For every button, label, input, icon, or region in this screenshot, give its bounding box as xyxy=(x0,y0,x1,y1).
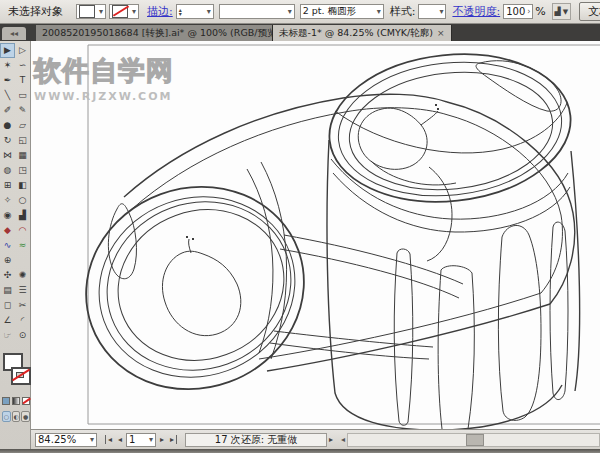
chevron-down-icon: ▾ xyxy=(439,7,443,16)
document-tab-2-label: 未标题-1* @ 84.25% (CMYK/轮廓) xyxy=(279,27,433,40)
ruler-tool[interactable]: ∠ xyxy=(0,313,15,328)
none-button[interactable] xyxy=(22,397,30,405)
chart-icon: ▟ xyxy=(555,7,561,16)
fill-stroke-control[interactable] xyxy=(1,351,30,393)
tool-grid: ▶▷✶∽✒T╲▭✐✎●▱↻◱⋈▦◍◳⊞◧✧○◉▟◆◠∿≈⊕✣✺▤☰◻✂∠◜☞⊙ xyxy=(0,41,30,343)
rotate-tool[interactable]: ↻ xyxy=(0,133,15,148)
document-tab-bar: ◂◂ 2008520195018684 [转换].ai* @ 100% (RGB… xyxy=(0,24,600,41)
selection-tool[interactable]: ▶ xyxy=(0,43,15,58)
document-canvas[interactable]: 软件自学网 WWW.RJZXW.COM xyxy=(31,41,600,429)
wireframe-drawing xyxy=(31,41,600,429)
document-tab-2[interactable]: 未标题-1* @ 84.25% (CMYK/轮廓) × xyxy=(273,25,452,41)
crop-area-tool[interactable]: ◻ xyxy=(0,298,15,313)
hand-tool[interactable]: ☞ xyxy=(0,328,15,343)
window-bottom-edge xyxy=(0,449,600,453)
shape-builder-tool[interactable]: ◍ xyxy=(0,163,15,178)
scrollbar-track[interactable] xyxy=(347,433,600,447)
mesh-tool[interactable]: ⊞ xyxy=(0,178,15,193)
stroke-color-dropdown[interactable]: ▾ xyxy=(109,4,139,19)
warp-tool[interactable]: ≈ xyxy=(15,238,30,253)
tools-panel-header[interactable]: ◂◂ xyxy=(2,27,26,40)
graph-options-dropdown[interactable]: ▟ ▼ xyxy=(552,3,572,20)
control-bar: 未选择对象 ▾ ▾ 描边: ▴▾ ▾ ▾ 2 pt. 椭圆形 ▾ 样式: ▾ 不… xyxy=(0,0,600,24)
fullscreen-mode-button[interactable]: ● xyxy=(21,411,30,422)
live-paint-bucket-tool[interactable]: ◆ xyxy=(0,223,15,238)
stroke-weight-spinner-icon[interactable]: ▴▾ xyxy=(179,8,182,16)
eraser-tool[interactable]: ▱ xyxy=(15,118,30,133)
paintbrush-tool[interactable]: ✐ xyxy=(0,103,15,118)
blur-tool[interactable]: ○ xyxy=(15,193,30,208)
close-icon[interactable]: × xyxy=(437,28,445,38)
opacity-input[interactable]: 100 › xyxy=(503,4,533,19)
status-menu-arrow-icon[interactable]: ▸ xyxy=(329,435,333,444)
next-artboard-button[interactable]: ▸ xyxy=(158,435,166,444)
last-artboard-button[interactable]: ▸ xyxy=(168,435,177,444)
fullscreen-menu-mode-button[interactable]: ◐ xyxy=(12,411,21,422)
stroke-color-swatch[interactable] xyxy=(11,367,31,385)
lasso-tool[interactable]: ∽ xyxy=(15,58,30,73)
rectangle-tool[interactable]: ▭ xyxy=(15,88,30,103)
brush-definition-dropdown[interactable]: 2 pt. 椭圆形 ▾ xyxy=(300,4,384,19)
symbol-sprayer-tool[interactable]: ✣ xyxy=(0,268,15,283)
status-bar: 84.25% ▾ ◂ ◂ 1 ▾ ▸ ▸ 17 次还原: 无重做 ▸ ◂ xyxy=(31,429,600,449)
fill-color-dropdown[interactable]: ▾ xyxy=(76,4,106,19)
width-point-tool[interactable]: ∿ xyxy=(0,238,15,253)
stroke-panel-link[interactable]: 描边: xyxy=(147,4,173,19)
chevron-down-icon: ▾ xyxy=(90,435,94,444)
blend-tool[interactable]: ◉ xyxy=(0,208,15,223)
arc-tool[interactable]: ◜ xyxy=(15,313,30,328)
eyedropper-tool[interactable]: ✧ xyxy=(0,193,15,208)
flare-tool[interactable]: ✺ xyxy=(15,268,30,283)
document-tab-1[interactable]: 2008520195018684 [转换].ai* @ 100% (RGB/预览… xyxy=(36,25,273,41)
scroll-left-icon[interactable]: ◂ xyxy=(341,435,345,444)
direct-selection-tool[interactable]: ▷ xyxy=(15,43,30,58)
type-tool[interactable]: T xyxy=(15,73,30,88)
horizontal-scrollbar[interactable]: ◂ xyxy=(341,433,600,447)
stroke-weight-combo[interactable]: ▴▾ ▾ xyxy=(176,4,214,19)
previous-artboard-button[interactable]: ◂ xyxy=(116,435,124,444)
artboard-number-dropdown[interactable]: 1 ▾ xyxy=(126,433,156,447)
slice-tool[interactable]: ▤ xyxy=(0,283,15,298)
stepper-icon[interactable]: › xyxy=(527,7,530,16)
chevron-down-icon: ▾ xyxy=(377,7,381,16)
style-label: 样式: xyxy=(390,4,416,19)
normal-screen-mode-button[interactable]: ○ xyxy=(2,411,11,422)
screen-mode-buttons: ○ ◐ ● xyxy=(0,405,30,422)
zoom-level-dropdown[interactable]: 84.25% ▾ xyxy=(35,433,97,447)
width-tool[interactable]: ⋈ xyxy=(0,148,15,163)
artboard-tool[interactable]: ⊕ xyxy=(0,253,15,268)
blob-brush-tool[interactable]: ● xyxy=(0,118,15,133)
scale-tool[interactable]: ◱ xyxy=(15,133,30,148)
standing-can-outline xyxy=(322,43,580,429)
blank-tool xyxy=(15,253,30,268)
live-paint-selection-tool[interactable]: ◠ xyxy=(15,223,30,238)
perspective-grid-tool[interactable]: ◳ xyxy=(15,163,30,178)
status-display-text: 17 次还原: 无重做 xyxy=(215,433,297,447)
menu-arrow-icon: ▼ xyxy=(563,8,568,16)
gradient-tool[interactable]: ◧ xyxy=(15,178,30,193)
column-graph-tool[interactable]: ▟ xyxy=(15,208,30,223)
tools-panel: ▶▷✶∽✒T╲▭✐✎●▱↻◱⋈▦◍◳⊞◧✧○◉▟◆◠∿≈⊕✣✺▤☰◻✂∠◜☞⊙ … xyxy=(0,41,31,453)
line-segment-tool[interactable]: ╲ xyxy=(0,88,15,103)
magic-wand-tool[interactable]: ✶ xyxy=(0,58,15,73)
free-transform-tool[interactable]: ▦ xyxy=(15,148,30,163)
first-artboard-button[interactable]: ◂ xyxy=(105,435,114,444)
pen-tool[interactable]: ✒ xyxy=(0,73,15,88)
style-dropdown[interactable]: ▾ xyxy=(418,4,446,19)
knife-tool[interactable]: ✂ xyxy=(15,298,30,313)
gradient-button[interactable] xyxy=(12,397,20,405)
document-setup-button[interactable]: 文档设置 xyxy=(579,2,600,21)
opacity-panel-link[interactable]: 不透明度: xyxy=(452,4,500,19)
slice-selection-tool[interactable]: ☰ xyxy=(15,283,30,298)
zoom-level-value: 84.25% xyxy=(38,434,76,445)
status-display[interactable]: 17 次还原: 无重做 xyxy=(185,433,327,447)
chevron-down-icon: ▾ xyxy=(149,435,153,444)
document-tab-1-label: 2008520195018684 [转换].ai* @ 100% (RGB/预览… xyxy=(42,27,273,40)
chevron-down-icon: ▾ xyxy=(99,7,103,16)
color-button[interactable] xyxy=(2,397,10,405)
width-profile-dropdown[interactable]: ▾ xyxy=(219,4,295,19)
zoom-tool[interactable]: ⊙ xyxy=(15,328,30,343)
pencil-tool[interactable]: ✎ xyxy=(15,103,30,118)
stroke-none-swatch-icon xyxy=(112,5,128,18)
scrollbar-thumb[interactable] xyxy=(466,434,484,446)
